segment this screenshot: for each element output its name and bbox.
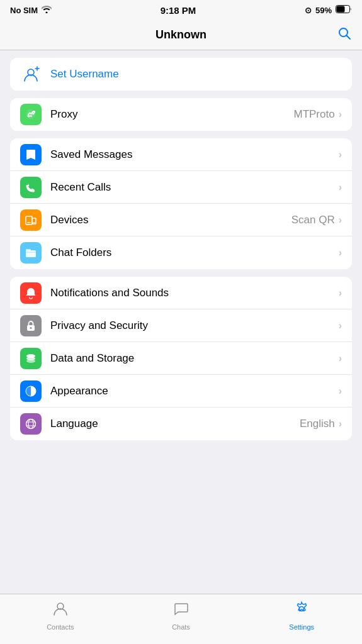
svg-line-3: [347, 35, 351, 39]
saved-messages-icon: [20, 144, 42, 165]
battery-text: 59%: [315, 6, 332, 15]
main-section: Saved Messages › Recent Calls ›: [10, 138, 352, 269]
data-storage-item[interactable]: Data and Storage ›: [10, 342, 352, 375]
wifi-icon: [42, 6, 52, 15]
appearance-item[interactable]: Appearance ›: [10, 375, 352, 408]
settings-tab-label: Settings: [289, 623, 314, 631]
settings-icon: [293, 601, 310, 621]
language-item[interactable]: Language English ›: [10, 408, 352, 440]
username-icon: [20, 64, 42, 85]
chat-folders-item[interactable]: Chat Folders ›: [10, 236, 352, 269]
nav-bar: Unknown: [0, 20, 362, 50]
saved-messages-label: Saved Messages: [50, 148, 339, 161]
tab-bar: Contacts Chats Settings: [0, 594, 362, 644]
chats-icon: [173, 601, 189, 621]
settings-content: Set Username Proxy MTProto ›: [0, 58, 362, 498]
notifications-chevron: ›: [339, 287, 342, 299]
chats-tab-label: Chats: [172, 623, 190, 631]
tab-settings[interactable]: Settings: [241, 601, 362, 631]
appearance-icon: [20, 380, 42, 402]
chat-folders-chevron: ›: [339, 247, 342, 258]
recent-calls-chevron: ›: [339, 182, 342, 193]
proxy-item[interactable]: Proxy MTProto ›: [10, 98, 352, 131]
recent-calls-icon: [20, 177, 42, 198]
svg-rect-7: [26, 216, 32, 225]
username-label: Set Username: [50, 68, 119, 80]
language-icon: [20, 413, 42, 435]
status-right: ⊙ 59%: [305, 5, 352, 15]
language-chevron: ›: [339, 418, 342, 430]
recent-calls-label: Recent Calls: [50, 181, 339, 194]
battery-icon: [336, 5, 352, 15]
carrier-text: No SIM: [10, 6, 38, 15]
status-bar: No SIM 9:18 PM ⊙ 59%: [0, 0, 362, 20]
devices-value: Scan QR: [291, 214, 335, 226]
chat-folders-label: Chat Folders: [50, 247, 339, 259]
status-time: 9:18 PM: [161, 5, 196, 16]
saved-messages-chevron: ›: [339, 149, 342, 160]
set-username-item[interactable]: Set Username: [10, 58, 352, 91]
svg-point-15: [30, 327, 32, 329]
svg-point-22: [28, 419, 33, 429]
proxy-section: Proxy MTProto ›: [10, 98, 352, 131]
data-storage-chevron: ›: [339, 353, 342, 364]
tab-chats[interactable]: Chats: [121, 601, 242, 631]
appearance-chevron: ›: [339, 386, 342, 397]
notifications-icon: [20, 282, 42, 304]
settings-section: Notifications and Sounds › Privacy and S…: [10, 277, 352, 440]
privacy-item[interactable]: Privacy and Security ›: [10, 309, 352, 342]
proxy-chevron: ›: [339, 109, 342, 120]
chat-folders-icon: [20, 242, 42, 264]
nav-title: Unknown: [156, 28, 206, 42]
devices-item[interactable]: Devices Scan QR ›: [10, 204, 352, 236]
svg-point-21: [26, 419, 36, 429]
tab-contacts[interactable]: Contacts: [0, 601, 121, 631]
notifications-item[interactable]: Notifications and Sounds ›: [10, 277, 352, 309]
devices-chevron: ›: [339, 214, 342, 226]
privacy-chevron: ›: [339, 320, 342, 331]
contacts-icon: [52, 601, 69, 621]
devices-label: Devices: [50, 214, 291, 226]
privacy-icon: [20, 315, 42, 336]
language-label: Language: [50, 418, 300, 430]
data-storage-icon: [20, 348, 42, 369]
svg-point-18: [26, 359, 35, 363]
appearance-label: Appearance: [50, 385, 339, 397]
proxy-icon: [20, 104, 42, 125]
devices-icon: [20, 209, 42, 231]
location-icon: ⊙: [305, 6, 312, 15]
status-left: No SIM: [10, 6, 52, 15]
data-storage-label: Data and Storage: [50, 352, 339, 365]
contacts-tab-label: Contacts: [47, 623, 74, 631]
proxy-value: MTProto: [293, 108, 334, 121]
language-value: English: [300, 418, 335, 430]
svg-rect-1: [336, 6, 344, 13]
search-button[interactable]: [337, 26, 352, 45]
notifications-label: Notifications and Sounds: [50, 287, 339, 299]
saved-messages-item[interactable]: Saved Messages ›: [10, 138, 352, 171]
svg-rect-12: [26, 249, 31, 252]
username-section: Set Username: [10, 58, 352, 91]
recent-calls-item[interactable]: Recent Calls ›: [10, 171, 352, 204]
proxy-label: Proxy: [50, 108, 293, 121]
privacy-label: Privacy and Security: [50, 319, 339, 332]
